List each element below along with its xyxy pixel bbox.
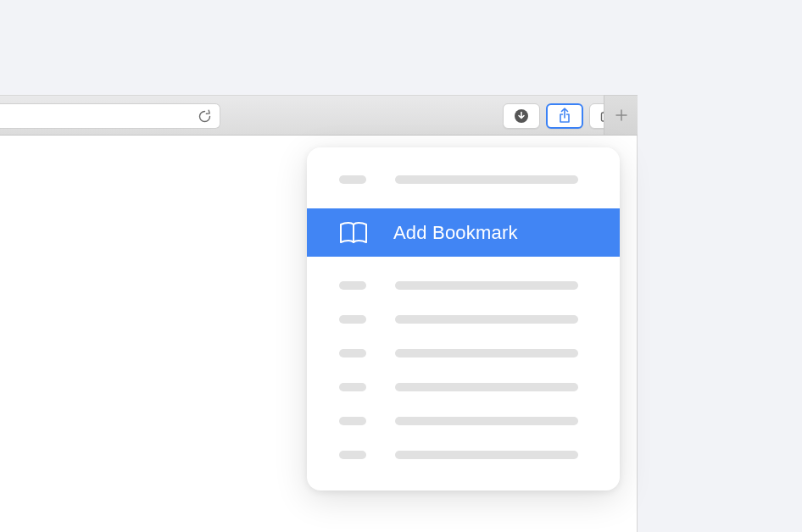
placeholder-text <box>395 315 578 324</box>
downloads-button[interactable] <box>503 103 540 129</box>
menu-item-placeholder[interactable] <box>307 302 620 336</box>
menu-item-label: Add Bookmark <box>393 222 518 244</box>
menu-item-placeholder[interactable] <box>307 163 620 197</box>
menu-item-placeholder[interactable] <box>307 269 620 302</box>
placeholder-icon <box>339 349 366 357</box>
placeholder-icon <box>339 315 366 324</box>
book-icon <box>339 222 368 244</box>
share-icon <box>558 108 571 125</box>
placeholder-text <box>395 349 578 357</box>
reload-icon[interactable] <box>198 109 211 123</box>
menu-item-placeholder[interactable] <box>307 370 620 404</box>
share-menu: Add Bookmark <box>307 147 620 490</box>
placeholder-icon <box>339 451 366 459</box>
placeholder-text <box>395 281 578 290</box>
placeholder-text <box>395 451 578 459</box>
placeholder-text <box>395 417 578 425</box>
menu-item-placeholder[interactable] <box>307 404 620 438</box>
placeholder-text <box>395 175 578 184</box>
placeholder-icon <box>339 383 366 391</box>
placeholder-icon <box>339 175 366 184</box>
placeholder-text <box>395 383 578 391</box>
menu-item-add-bookmark[interactable]: Add Bookmark <box>307 208 620 257</box>
browser-toolbar <box>0 95 636 136</box>
menu-item-placeholder[interactable] <box>307 336 620 370</box>
plus-icon <box>615 108 628 122</box>
address-bar[interactable] <box>0 103 220 129</box>
placeholder-icon <box>339 417 366 425</box>
new-tab-button[interactable] <box>604 95 638 136</box>
share-button[interactable] <box>546 103 583 129</box>
placeholder-icon <box>339 281 366 290</box>
menu-item-placeholder[interactable] <box>307 438 620 472</box>
download-icon <box>514 108 529 124</box>
